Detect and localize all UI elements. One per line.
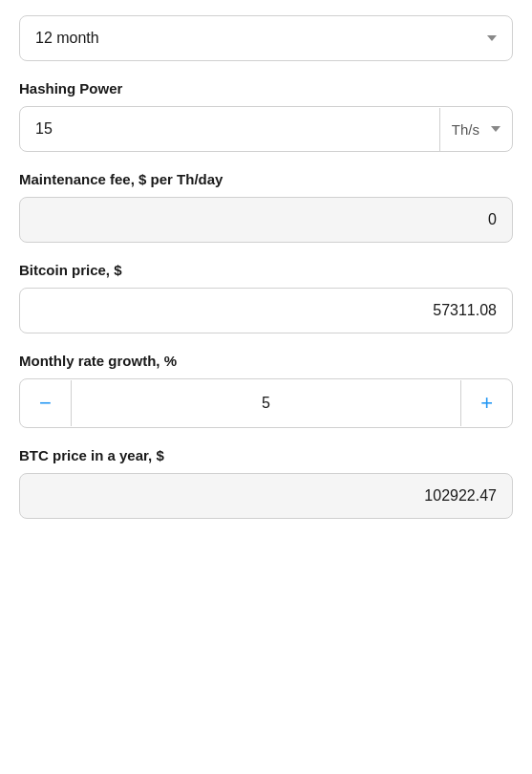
btc-price-year-group: BTC price in a year, $ 102922.47 bbox=[19, 447, 513, 519]
maintenance-fee-group: Maintenance fee, $ per Th/day 0 bbox=[19, 171, 513, 243]
maintenance-fee-label: Maintenance fee, $ per Th/day bbox=[19, 171, 513, 187]
bitcoin-price-field bbox=[19, 288, 513, 333]
hashing-power-input[interactable] bbox=[20, 107, 439, 151]
bitcoin-price-input[interactable] bbox=[20, 289, 512, 333]
monthly-rate-growth-label: Monthly rate growth, % bbox=[19, 353, 513, 369]
hashing-power-field: Th/s bbox=[19, 106, 513, 152]
btc-price-year-field: 102922.47 bbox=[19, 473, 513, 519]
hashing-power-unit: Th/s bbox=[452, 121, 479, 138]
btc-price-year-label: BTC price in a year, $ bbox=[19, 447, 513, 463]
unit-chevron-icon bbox=[491, 126, 500, 132]
monthly-rate-stepper: − 5 + bbox=[19, 378, 513, 428]
chevron-down-icon bbox=[481, 35, 497, 41]
hashing-power-group: Hashing Power Th/s bbox=[19, 80, 513, 152]
maintenance-fee-field: 0 bbox=[19, 197, 513, 243]
btc-price-year-value: 102922.47 bbox=[424, 487, 497, 505]
hashing-power-label: Hashing Power bbox=[19, 80, 513, 97]
bitcoin-price-group: Bitcoin price, $ bbox=[19, 262, 513, 333]
increment-button[interactable]: + bbox=[461, 379, 512, 427]
bitcoin-price-label: Bitcoin price, $ bbox=[19, 262, 513, 278]
hashing-power-unit-section[interactable]: Th/s bbox=[439, 108, 512, 151]
duration-group: 12 month bbox=[19, 15, 513, 61]
stepper-value: 5 bbox=[72, 381, 459, 425]
maintenance-fee-value: 0 bbox=[20, 198, 512, 242]
monthly-rate-growth-group: Monthly rate growth, % − 5 + bbox=[19, 353, 513, 428]
duration-value: 12 month bbox=[35, 30, 99, 47]
duration-select[interactable]: 12 month bbox=[19, 15, 513, 61]
decrement-button[interactable]: − bbox=[20, 379, 71, 427]
